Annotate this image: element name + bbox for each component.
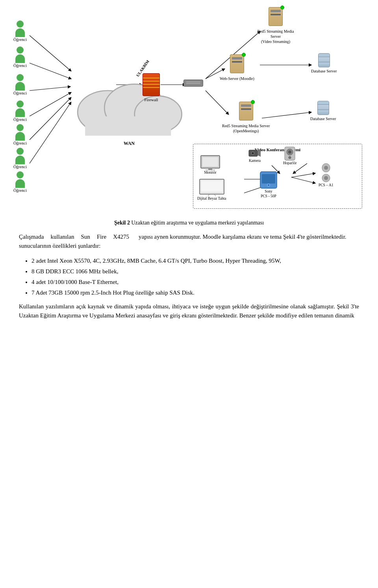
db-bottom-icon — [317, 101, 329, 115]
svg-line-5 — [30, 102, 71, 163]
web-server-icon — [230, 54, 244, 73]
student-icon-4 — [15, 100, 25, 117]
spec-item-4: 7 Adet 73GB 15000 rpm 2.5-Inch Hot Plug … — [32, 288, 359, 298]
student-head-5 — [17, 124, 24, 131]
left-column: Çalışmada kullanılan Sun Fire X4275 sunu… — [19, 232, 129, 251]
red5-top-server-wrapper — [269, 7, 283, 28]
student-head-3 — [17, 74, 24, 81]
red5-top-node: Red5 Streaming Media Server(Video Stream… — [252, 7, 299, 44]
svg-point-47 — [324, 176, 328, 180]
red5-bottom-server-icon — [239, 102, 253, 121]
whiteboard-label: Dijital Beyaz Tahta — [197, 196, 226, 201]
student-icon-6 — [15, 148, 25, 164]
monitor-node: Monitör — [200, 155, 220, 175]
sony-pcs-node: Sony PCS - 50P — [259, 171, 278, 199]
db-bottom-label: Database Server — [310, 116, 336, 121]
spec-item-1: 2 adet Intel Xeon X5570, 4C, 2.93GHz, 8M… — [32, 256, 359, 266]
speaker-label: Hoparlör — [283, 161, 296, 165]
student-icon-1 — [15, 20, 25, 37]
spec-item-2: 8 GB DDR3 ECC 1066 MHz bellek, — [32, 266, 359, 277]
vconf-box: Video Konferans Sistemi Monitör Kamera — [193, 144, 362, 209]
content-area: Şekil 2 Uzaktan eğitim araştırma ve uygu… — [0, 213, 378, 330]
student-body-5 — [15, 132, 25, 141]
red5-top-indicator — [280, 6, 284, 9]
student-icon-5 — [15, 124, 25, 141]
firewall-label: Firewall — [145, 97, 158, 103]
student-label-5: Öğrenci — [13, 141, 27, 146]
student-icon-2 — [15, 46, 25, 63]
switch-node — [183, 80, 203, 87]
svg-line-3 — [30, 93, 71, 116]
svg-line-1 — [30, 63, 71, 79]
student-head-1 — [17, 20, 24, 28]
svg-point-35 — [289, 156, 291, 159]
monitor-label: Monitör — [204, 170, 216, 175]
svg-rect-23 — [85, 116, 171, 135]
web-server-wrapper — [230, 54, 244, 75]
right-col-text: yapısı aynen korunmuştur. Moodle karşıla… — [139, 232, 359, 241]
student-icon-3 — [15, 74, 25, 91]
student-node-6: Öğrenci — [13, 148, 27, 170]
web-server-indicator — [242, 53, 246, 57]
student-label-1: Öğrenci — [13, 37, 27, 43]
closing-paragraph: Kullanılan yazılımların açık kaynak ve d… — [19, 302, 359, 321]
firewall-node: Firewall — [143, 73, 160, 103]
right-column: yapısı aynen korunmuştur. Moodle karşıla… — [139, 232, 359, 251]
specs-list: 2 adet Intel Xeon X5570, 4C, 2.93GHz, 8M… — [19, 256, 359, 298]
svg-point-31 — [252, 152, 254, 154]
pcs-a1-label: PCS – A1 — [319, 183, 334, 187]
speaker-icon — [284, 147, 295, 161]
figure-caption-rest: Uzaktan eğitim araştırma ve uygulama mer… — [130, 220, 264, 226]
web-server-label: Web-Server (Moodle) — [220, 76, 254, 81]
student-body-1 — [15, 28, 25, 37]
student-label-6: Öğrenci — [13, 164, 27, 170]
wan-node: WAN — [70, 67, 188, 147]
red5-bottom-node: Red5 Streaming Media Server(OpenMeetings… — [222, 102, 270, 134]
pcs-a1-icon — [321, 163, 332, 183]
student-node-4: Öğrenci — [13, 100, 27, 122]
db-bottom-node: Database Server — [310, 101, 336, 121]
monitor-icon — [200, 155, 220, 170]
svg-rect-25 — [202, 157, 218, 167]
svg-line-4 — [30, 98, 71, 140]
student-label-7: Öğrenci — [13, 188, 27, 193]
student-body-7 — [15, 179, 25, 188]
red5-bottom-indicator — [251, 100, 255, 104]
svg-point-45 — [324, 166, 328, 170]
student-head-7 — [17, 171, 24, 178]
student-head-4 — [17, 100, 24, 108]
camera-node: Kamera — [248, 148, 261, 163]
firewall-icon — [143, 73, 160, 96]
whiteboard-node: Dijital Beyaz Tahta — [197, 179, 226, 201]
vconf-title: Video Konferans Sistemi — [196, 147, 359, 152]
left-col-text: Çalışmada kullanılan Sun Fire X4275 sunu… — [19, 232, 129, 251]
red5-bottom-server-wrapper — [239, 102, 253, 122]
svg-line-2 — [30, 87, 70, 91]
student-node-1: Öğrenci — [13, 20, 27, 43]
student-body-6 — [15, 156, 25, 164]
student-label-2: Öğrenci — [13, 63, 27, 69]
svg-marker-29 — [258, 150, 261, 157]
red5-top-label: Red5 Streaming Media Server(Video Stream… — [252, 29, 299, 44]
camera-label: Kamera — [249, 158, 261, 163]
svg-point-43 — [268, 184, 269, 186]
svg-point-34 — [288, 150, 291, 154]
student-label-3: Öğrenci — [13, 91, 27, 96]
svg-rect-26 — [208, 168, 212, 170]
svg-rect-37 — [201, 181, 222, 192]
sony-pcs-icon — [259, 171, 278, 189]
db-top-label: Database Server — [311, 69, 337, 74]
sony-label: Sony PCS - 50P — [261, 189, 276, 199]
student-node-3: Öğrenci — [13, 74, 27, 96]
spec-item-3: 4 adet 10/100/1000 Base-T Ethernet, — [32, 277, 359, 288]
switch-icon — [183, 80, 203, 87]
wan-label: WAN — [124, 141, 135, 147]
red5-top-server-icon — [269, 7, 283, 26]
whiteboard-icon — [199, 179, 224, 196]
svg-line-0 — [30, 35, 71, 71]
figure-caption-bold: Şekil 2 — [114, 220, 130, 226]
student-body-3 — [15, 82, 25, 91]
camera-icon — [248, 148, 261, 158]
speaker-node: Hoparlör — [283, 147, 296, 165]
two-col-section: Çalışmada kullanılan Sun Fire X4275 sunu… — [19, 232, 359, 251]
